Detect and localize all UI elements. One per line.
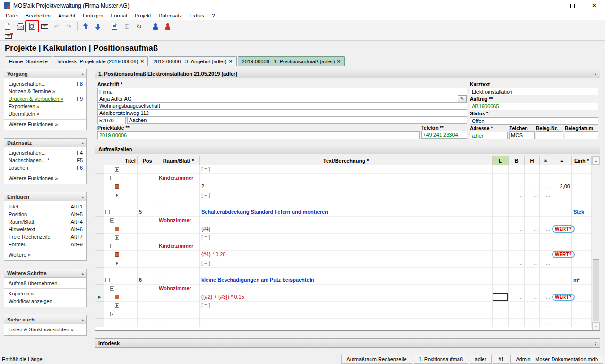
row-gutter[interactable] [95, 310, 104, 319]
grid-cell-pos[interactable]: 6 [138, 276, 157, 285]
grid-cell-einh[interactable] [572, 174, 592, 182]
column-header-raum-blatt[interactable]: Raum/Blatt * [157, 156, 200, 165]
tab-close-icon[interactable]: × [337, 58, 340, 65]
grid-cell-eq[interactable]: WERT? [552, 251, 572, 259]
marker-tree-icon[interactable] [115, 295, 119, 299]
table-row[interactable]: [ = ]......... [95, 234, 592, 242]
expand-tree-icon[interactable] [115, 167, 119, 172]
maximize-button[interactable] [562, 0, 583, 11]
email-button[interactable] [38, 21, 51, 32]
grid-cell-titel[interactable] [123, 191, 138, 199]
section-header-vorgang[interactable]: Vorgang▴ [4, 69, 86, 78]
collapse-icon[interactable]: ▴ [82, 271, 84, 276]
grid-cell-titel[interactable] [123, 208, 138, 217]
grid-cell-pos[interactable] [138, 293, 157, 302]
collapse-tree-icon[interactable] [105, 210, 110, 214]
tree-cell[interactable] [104, 310, 123, 319]
grid-cell-h[interactable]: ... [525, 191, 540, 199]
column-header-item[interactable]: = [552, 156, 572, 165]
table-row[interactable]: {#4} * 0,20.........WERT? [95, 251, 592, 259]
column-header-text-berechnung[interactable]: Text/Berechnung * [200, 156, 493, 165]
grid-cell-einh[interactable] [572, 199, 592, 208]
grid-cell-pos[interactable]: 5 [138, 208, 157, 217]
minimize-button[interactable] [540, 0, 562, 11]
undo-button[interactable]: ↶ [51, 21, 63, 32]
marker-tree-icon[interactable] [115, 252, 119, 257]
row-gutter[interactable] [95, 217, 104, 225]
menu-item-datensatz[interactable]: Datensatz [155, 11, 186, 20]
vertical-scrollbar[interactable]: ▴ ▾ [592, 156, 600, 330]
grid-cell-x[interactable] [540, 217, 552, 225]
grid-cell-einh[interactable]: m² [572, 276, 592, 285]
grid-cell-eq[interactable] [552, 302, 572, 310]
row-gutter[interactable] [95, 199, 104, 208]
grid-cell-raum[interactable] [157, 191, 200, 199]
table-row[interactable]: ... [95, 268, 592, 276]
expand-tree-icon[interactable] [115, 193, 119, 197]
grid-cell-b[interactable]: ... [509, 259, 525, 268]
collapse-tree-icon[interactable] [110, 218, 114, 223]
grid-cell-titel[interactable] [123, 174, 138, 182]
grid-cell-l[interactable] [493, 199, 509, 208]
tab-2019-00006-1-positionsaufmaß-adler[interactable]: 2019.00006 - 1. Positionsaufmaß (adler)× [238, 56, 345, 66]
grid-cell-x[interactable]: ... [540, 191, 552, 199]
grid-cell-h[interactable] [525, 242, 540, 251]
scroll-thumb[interactable] [593, 259, 599, 321]
zusatz-field[interactable]: Wohnungsbaugesellschaft [97, 102, 467, 110]
grid-cell-raum[interactable] [157, 276, 200, 285]
row-gutter[interactable] [95, 319, 104, 327]
anrede-field[interactable]: Firma [97, 88, 467, 95]
row-gutter[interactable] [95, 251, 104, 259]
grid-cell-titel[interactable] [123, 251, 138, 259]
grid-cell-einh[interactable] [572, 234, 592, 242]
grid-cell-pos[interactable] [138, 310, 157, 319]
grid-cell-titel[interactable] [123, 302, 138, 310]
grid-cell-h[interactable]: ... [525, 234, 540, 242]
grid-cell-text[interactable]: {#4} [200, 225, 493, 234]
row-gutter[interactable] [95, 259, 104, 268]
grid-cell-titel[interactable]: ... [123, 319, 138, 327]
grid-cell-pos[interactable] [138, 182, 157, 191]
sidebar-item-titel[interactable]: TitelAlt+1 [4, 203, 86, 210]
expand-tree-icon[interactable] [115, 303, 119, 308]
tree-cell[interactable] [104, 319, 123, 327]
grid-cell-raum[interactable] [157, 225, 200, 234]
kurztext-field[interactable]: Elektroinstallation [470, 88, 598, 95]
grid-cell-pos[interactable] [138, 242, 157, 251]
grid-cell-eq[interactable] [552, 242, 572, 251]
tree-cell[interactable] [104, 217, 123, 225]
grid-cell-text[interactable] [200, 285, 493, 293]
table-row[interactable]: Wohnzimmer [95, 285, 592, 293]
grid-cell-l[interactable] [493, 276, 509, 285]
grid-cell-x[interactable] [540, 285, 552, 293]
grid-cell-text[interactable]: [ = ] [200, 259, 493, 268]
marker-tree-icon[interactable] [115, 227, 119, 231]
sidebar-item-exportieren[interactable]: Exportieren » [4, 103, 86, 110]
grid-cell-l[interactable] [493, 285, 509, 293]
grid-cell-l[interactable] [493, 208, 509, 217]
grid-cell-h[interactable] [525, 208, 540, 217]
grid-cell-h[interactable] [525, 199, 540, 208]
grid-cell-text[interactable]: Schalterabdeckung Standard liefern und m… [200, 208, 493, 217]
tree-cell[interactable] [104, 191, 123, 199]
grid-cell-x[interactable] [540, 208, 552, 217]
grid-cell-x[interactable]: ... [540, 251, 552, 259]
grid-cell-b[interactable] [509, 268, 525, 276]
grid-cell-b[interactable]: ... [509, 225, 525, 234]
grid-cell-l[interactable] [493, 251, 509, 259]
name-field[interactable]: Anja Adler AG ✎ [97, 95, 467, 103]
menu-item-einfügen[interactable]: Einfügen [79, 11, 107, 20]
column-header-pos[interactable]: Pos [138, 156, 157, 165]
grid-cell-text[interactable]: [ = ] [200, 234, 493, 242]
tab-close-icon[interactable]: × [140, 58, 144, 65]
table-row[interactable]: 5Schalterabdeckung Standard liefern und … [95, 208, 592, 217]
grid-cell-l[interactable] [493, 234, 509, 242]
table-row[interactable]: Kinderzimmer [95, 174, 592, 182]
blue-person-button[interactable] [149, 21, 162, 32]
grid-cell-eq[interactable] [552, 310, 572, 319]
table-row[interactable]: {#4}.........WERT? [95, 225, 592, 234]
grid-cell-pos[interactable] [138, 174, 157, 182]
grid-cell-b[interactable]: ... [509, 293, 525, 302]
grid-cell-titel[interactable] [123, 182, 138, 191]
menu-item-ansicht[interactable]: Ansicht [54, 11, 79, 20]
